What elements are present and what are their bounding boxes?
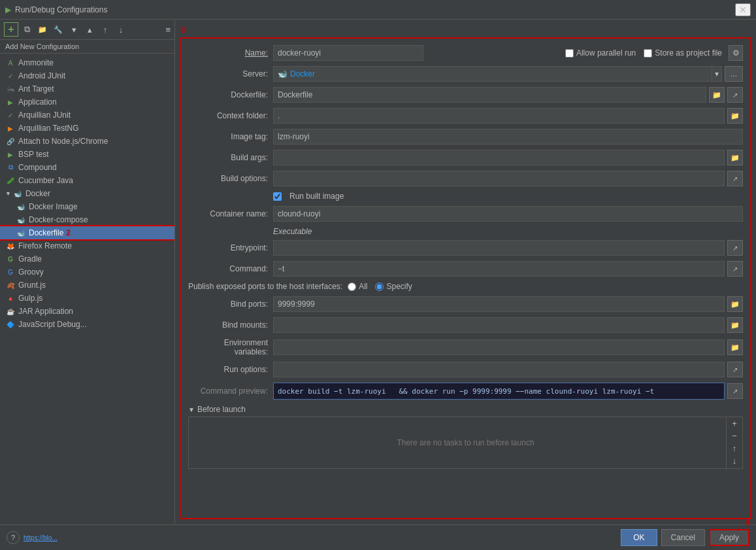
before-launch-arrow[interactable]: ▼ (188, 406, 195, 413)
before-launch-label: Before launch (197, 405, 246, 414)
command-expand-button[interactable]: ↗ (727, 261, 743, 277)
build-args-browse-button[interactable]: 📁 (727, 150, 743, 165)
list-item-label: JavaScript Debug... (18, 320, 87, 329)
list-item-cucumber-java[interactable]: 🥒 Cucumber Java (0, 174, 174, 187)
server-more-button[interactable]: ... (725, 66, 743, 82)
list-item-label: Grunt.js (18, 281, 46, 290)
name-label: Name: (188, 48, 273, 58)
add-config-button[interactable]: + (4, 22, 18, 37)
name-input[interactable] (273, 45, 423, 61)
command-preview-expand-button[interactable]: ↗ (727, 383, 743, 399)
before-launch-remove-button[interactable]: − (727, 430, 742, 442)
bind-ports-browse-button[interactable]: 📁 (727, 296, 743, 312)
folder-button[interactable]: 📁 (35, 22, 50, 37)
context-folder-input[interactable] (273, 108, 725, 124)
image-tag-label: Image tag: (188, 132, 273, 141)
ok-button[interactable]: OK (621, 529, 657, 546)
list-item-docker-compose[interactable]: 🐋 Docker-compose (0, 213, 174, 226)
list-item[interactable]: ✓ Arquillian JUnit (0, 109, 174, 122)
list-item-label: Ammonite (18, 58, 54, 67)
container-name-input[interactable] (273, 206, 743, 222)
android-junit-icon: ✓ (5, 71, 16, 81)
run-built-image-checkbox[interactable] (273, 192, 282, 201)
settings-gear-button[interactable]: ⚙ (729, 45, 743, 61)
list-item[interactable]: ▶ Arquillian TestNG (0, 122, 174, 135)
env-vars-browse-button[interactable]: 📁 (727, 339, 743, 355)
entrypoint-expand-button[interactable]: ↗ (727, 240, 743, 256)
js-debug-icon: 🔷 (5, 319, 16, 330)
build-options-expand-button[interactable]: ↗ (727, 171, 743, 186)
url-hint[interactable]: https://blo... (24, 534, 58, 541)
left-panel: + ⧉ 📁 🔧 ▾ ▴ ↑ ↓ ≡ Add New Configuration … (0, 20, 175, 524)
list-item-label: Ant Target (18, 84, 54, 94)
specify-radio[interactable] (375, 283, 384, 291)
list-collapse-button[interactable]: ≡ (165, 25, 171, 35)
all-radio[interactable] (348, 283, 356, 291)
before-launch-sidebar: + − ↑ ↓ (726, 417, 742, 468)
list-item-gulpjs[interactable]: 🔺 Gulp.js (0, 292, 174, 305)
list-item[interactable]: ▶ BSP test (0, 148, 174, 161)
dockerfile-row: Dockerfile: 📁 ↗ (188, 87, 743, 103)
env-vars-input[interactable] (273, 339, 725, 355)
move-down-button[interactable]: ↓ (114, 22, 128, 37)
wrench-button[interactable]: 🔧 (51, 22, 65, 37)
list-item-firefox[interactable]: 🦊 Firefox Remote (0, 239, 174, 252)
list-item-gradle[interactable]: G Gradle (0, 252, 174, 266)
list-item-js-debug[interactable]: 🔷 JavaScript Debug... (0, 318, 174, 331)
list-item-groovy[interactable]: G Groovy (0, 266, 174, 279)
allow-parallel-checkbox[interactable] (565, 49, 574, 58)
run-options-input[interactable] (273, 362, 725, 377)
window: ▶ Run/Debug Configurations ✕ + ⧉ 📁 🔧 ▾ ▴… (0, 0, 756, 550)
build-args-row: Build args: 📁 (188, 150, 743, 165)
help-button[interactable]: ? (7, 531, 20, 544)
bottom-bar: ? https://blo... OK Cancel 4 Apply (0, 524, 756, 550)
list-item-jar-application[interactable]: ☕ JAR Application (0, 305, 174, 318)
list-item[interactable]: ✓ Android JUnit (0, 69, 174, 82)
gruntjs-icon: 🍂 (5, 280, 16, 290)
dockerfile-browse-button[interactable]: 📁 (709, 87, 725, 103)
cancel-button[interactable]: Cancel (661, 529, 705, 546)
build-options-row: Build options: ↗ (188, 171, 743, 186)
command-preview-input (273, 383, 725, 400)
list-item-compound[interactable]: ⧉ Compound (0, 161, 174, 174)
before-launch-move-up-button[interactable]: ↑ (727, 442, 742, 455)
chevron-down-button[interactable]: ▾ (67, 22, 81, 37)
move-up-button[interactable]: ↑ (98, 22, 112, 37)
list-item-label: Compound (18, 163, 57, 172)
before-launch-move-down-button[interactable]: ↓ (727, 455, 742, 467)
chevron-up-button[interactable]: ▴ (82, 22, 97, 37)
dockerfile-expand-button[interactable]: ↗ (727, 87, 743, 103)
dockerfile-input[interactable] (273, 87, 706, 103)
before-launch-add-button[interactable]: + (727, 417, 742, 430)
list-item-label: Docker (25, 189, 50, 198)
apply-button[interactable]: Apply (709, 529, 749, 546)
copy-config-button[interactable]: ⧉ (20, 22, 34, 37)
bind-mounts-browse-button[interactable]: 📁 (727, 317, 743, 333)
list-item[interactable]: A Ammonite (0, 56, 174, 69)
command-input[interactable] (273, 261, 725, 277)
cucumber-java-icon: 🥒 (5, 175, 16, 186)
server-dropdown-button[interactable]: ▾ (712, 66, 722, 82)
publish-ports-label: Publish exposed ports to the host interf… (188, 282, 348, 291)
build-options-input[interactable] (273, 171, 725, 186)
entrypoint-input[interactable] (273, 240, 725, 256)
image-tag-input[interactable] (273, 129, 743, 145)
bind-ports-input[interactable] (273, 296, 725, 312)
list-item-docker[interactable]: ▼ 🐋 Docker (0, 187, 174, 200)
list-item-label: Dockerfile (29, 228, 63, 237)
list-item-dockerfile[interactable]: 🐋 Dockerfile 2 (0, 226, 174, 239)
jar-icon: ☕ (5, 306, 16, 317)
badge-4: 4 (745, 517, 749, 527)
list-item[interactable]: 🔗 Attach to Node.js/Chrome (0, 135, 174, 148)
list-item[interactable]: 🐜 Ant Target (0, 82, 174, 95)
bind-mounts-input[interactable] (273, 317, 725, 333)
run-options-expand-button[interactable]: ↗ (727, 362, 743, 377)
store-project-checkbox[interactable] (644, 49, 652, 58)
list-item-gruntjs[interactable]: 🍂 Grunt.js (0, 279, 174, 292)
close-button[interactable]: ✕ (735, 3, 751, 16)
context-folder-browse-button[interactable]: 📁 (727, 108, 743, 124)
list-item-application[interactable]: ▶ Application (0, 95, 174, 109)
build-args-input[interactable] (273, 150, 725, 165)
docker-image-icon: 🐋 (16, 201, 26, 212)
list-item-docker-image[interactable]: 🐋 Docker Image (0, 200, 174, 213)
